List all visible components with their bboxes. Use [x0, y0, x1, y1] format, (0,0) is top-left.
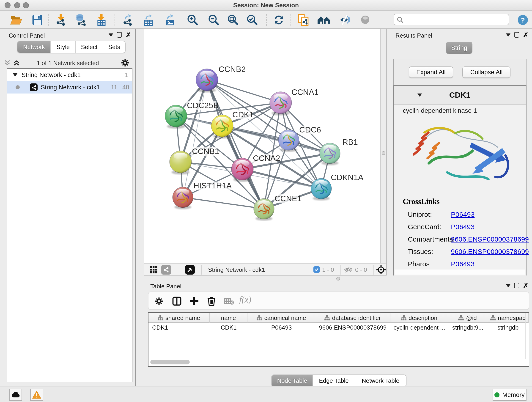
- horizontal-splitter[interactable]: [144, 275, 532, 282]
- table-cell[interactable]: CDK1: [148, 323, 210, 332]
- table-horizontal-scrollbar[interactable]: [149, 359, 525, 365]
- network-node-RB1[interactable]: [320, 143, 340, 165]
- help-icon[interactable]: ?: [517, 14, 528, 26]
- open-session-icon[interactable]: [10, 14, 22, 26]
- table-panel-float-icon[interactable]: [514, 283, 519, 288]
- table-cell[interactable]: CDK1: [210, 323, 248, 332]
- network-node-CCNE1[interactable]: [254, 198, 274, 221]
- crosslink-link[interactable]: P06493: [451, 211, 475, 218]
- zoom-in-icon[interactable]: [187, 14, 198, 26]
- save-session-icon[interactable]: [32, 14, 43, 26]
- left-splitter[interactable]: [136, 29, 144, 386]
- crosslink-link[interactable]: P06493: [451, 260, 475, 268]
- collapse-all-button[interactable]: Collapse All: [462, 66, 510, 78]
- delete-column-icon[interactable]: [207, 296, 216, 306]
- crosslink-link[interactable]: P06493: [451, 223, 475, 230]
- refresh-icon[interactable]: [273, 14, 285, 26]
- results-panel-close-icon[interactable]: ✗: [523, 32, 528, 38]
- birds-eye-view-icon[interactable]: [185, 265, 195, 274]
- selected-checkbox-icon[interactable]: [313, 266, 320, 273]
- crosslink-link[interactable]: 9606.ENSP00000378699: [451, 235, 529, 243]
- hidden-count: 0 - 0: [355, 266, 367, 273]
- export-table-icon[interactable]: [143, 14, 154, 26]
- table-cell[interactable]: P06493: [248, 323, 315, 332]
- fit-content-crosshair-icon[interactable]: [376, 265, 386, 274]
- network-node-CDC25B[interactable]: [165, 105, 187, 128]
- network-collection-row[interactable]: String Network - cdk1 1: [7, 69, 132, 81]
- column-header-@id[interactable]: @id: [448, 313, 487, 323]
- network-node-CDK1[interactable]: [211, 115, 233, 138]
- table-vertical-scrollbar[interactable]: [525, 313, 526, 359]
- tab-node-table[interactable]: Node Table: [272, 375, 313, 386]
- network-node-HIST1H1A[interactable]: [172, 187, 193, 209]
- tab-select[interactable]: Select: [76, 41, 103, 53]
- add-column-icon[interactable]: [190, 297, 199, 306]
- zoom-selected-icon[interactable]: [247, 14, 258, 26]
- network-edge[interactable]: [183, 80, 207, 197]
- export-image-icon[interactable]: [164, 14, 176, 26]
- network-edge[interactable]: [183, 197, 264, 209]
- network-options-gear-icon[interactable]: [121, 59, 129, 67]
- export-network-icon[interactable]: [122, 14, 134, 26]
- column-header-description[interactable]: description: [390, 313, 448, 323]
- column-header-databaseidentifier[interactable]: database identifier: [315, 313, 390, 323]
- splitter-knob[interactable]: [382, 151, 385, 155]
- column-header-canonicalname[interactable]: canonical name: [248, 313, 315, 323]
- tab-sets[interactable]: Sets: [103, 41, 125, 53]
- network-node-CCNA1[interactable]: [270, 92, 292, 115]
- zoom-fit-icon[interactable]: [227, 14, 239, 26]
- column-header-name[interactable]: name: [210, 313, 248, 323]
- table-cell[interactable]: 9606.ENSP00000378699: [315, 323, 390, 332]
- network-row[interactable]: String Network - cdk1 11 48: [7, 81, 132, 94]
- import-network-database-icon[interactable]: [75, 14, 88, 26]
- expand-all-tree-icon[interactable]: [4, 59, 11, 66]
- network-node-CDC6[interactable]: [278, 130, 299, 152]
- table-panel-collapse-icon[interactable]: [506, 284, 511, 287]
- gene-entry-header[interactable]: CDK1: [394, 86, 526, 104]
- search-input[interactable]: [394, 14, 509, 25]
- warning-button[interactable]: [30, 389, 43, 401]
- grid-view-icon[interactable]: [150, 266, 158, 274]
- collection-expander-icon[interactable]: [13, 73, 17, 77]
- results-panel-float-icon[interactable]: [514, 32, 519, 38]
- hide-selected-icon[interactable]: [339, 14, 351, 26]
- expand-all-button[interactable]: Expand All: [409, 66, 453, 78]
- results-panel-collapse-icon[interactable]: [506, 33, 511, 36]
- function-builder-icon[interactable]: f(x): [239, 295, 251, 305]
- zoom-out-icon[interactable]: [208, 14, 220, 26]
- cloud-button[interactable]: [9, 389, 22, 401]
- table-panel-close-icon[interactable]: ✗: [523, 283, 528, 288]
- scrollbar-thumb[interactable]: [150, 360, 190, 364]
- table-cell[interactable]: cyclin-dependent ...: [390, 323, 448, 332]
- collapse-all-tree-icon[interactable]: [13, 59, 20, 66]
- control-panel-collapse-icon[interactable]: [109, 33, 114, 36]
- network-canvas[interactable]: CCNB2CCNA1CDC25BCDK1CDC6RB1CCNB1CCNA2CDK…: [144, 29, 380, 263]
- tab-edge-table[interactable]: Edge Table: [313, 375, 355, 386]
- splitter-knob[interactable]: [336, 277, 340, 281]
- network-node-CDKN1A[interactable]: [311, 178, 331, 201]
- table-cell[interactable]: stringdb: [487, 323, 529, 332]
- network-edge[interactable]: [207, 80, 281, 103]
- control-panel-close-icon[interactable]: ✗: [126, 32, 131, 38]
- table-options-gear-icon[interactable]: [155, 297, 163, 305]
- column-header-sharedname[interactable]: shared name: [148, 313, 210, 323]
- import-network-file-icon[interactable]: [55, 14, 67, 26]
- crosslink-link[interactable]: 9606.ENSP00000378699: [451, 248, 529, 255]
- table-row[interactable]: CDK1CDK1P064939606.ENSP00000378699cyclin…: [148, 323, 529, 332]
- tab-style[interactable]: Style: [51, 41, 76, 53]
- tab-network-table[interactable]: Network Table: [355, 375, 406, 386]
- show-hidden-icon[interactable]: [360, 14, 371, 26]
- first-neighbors-icon[interactable]: [317, 14, 331, 26]
- show-columns-icon[interactable]: [172, 297, 181, 306]
- control-panel-float-icon[interactable]: [117, 32, 122, 38]
- right-splitter[interactable]: [380, 29, 387, 275]
- import-table-file-icon[interactable]: [96, 14, 107, 26]
- delete-table-icon[interactable]: [224, 298, 234, 305]
- memory-button[interactable]: Memory: [493, 389, 526, 401]
- tab-string[interactable]: String: [446, 42, 472, 54]
- network-view-icon[interactable]: [161, 265, 171, 274]
- table-cell[interactable]: stringdb:9...: [448, 323, 487, 332]
- column-header-namespac[interactable]: namespac: [487, 313, 529, 323]
- tab-network[interactable]: Network: [17, 41, 51, 53]
- clone-network-icon[interactable]: [298, 14, 309, 26]
